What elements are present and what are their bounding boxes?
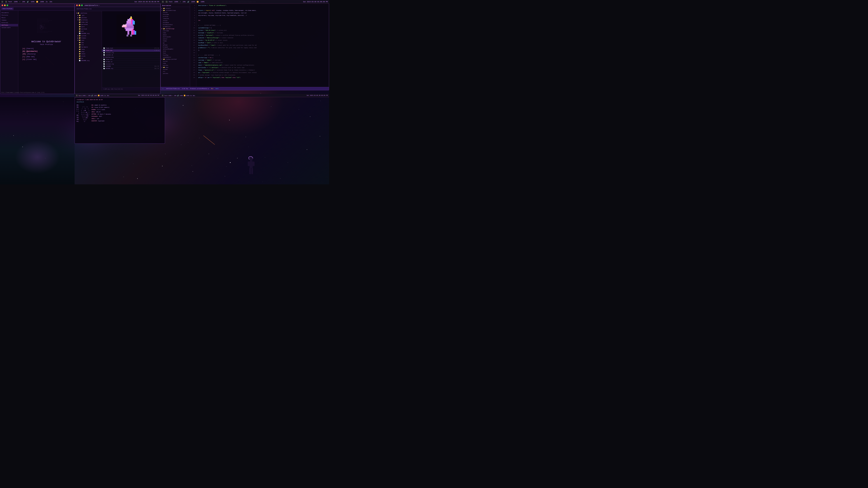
tree-nx-name[interactable]: name <box>161 62 190 64</box>
app-name-r: ⬛ Tech <box>166 1 173 3</box>
tree-profiles[interactable]: ▼📁 profiles <box>76 19 101 21</box>
tree-browser[interactable]: browser <box>161 46 190 48</box>
sidebar-item-external[interactable]: External <box>0 22 18 24</box>
sidebar-item-dotfiles[interactable]: dotfiles <box>0 24 18 26</box>
tree-worklab[interactable]: 📁 worklab <box>76 28 101 30</box>
fm-close-btn[interactable] <box>76 4 78 6</box>
tree-homelab[interactable]: 📁 home.lab <box>76 21 101 23</box>
sidebar-item-documents[interactable]: Documents <box>0 11 18 14</box>
qutebrowser-tab[interactable]: Tech Profile <box>1 7 13 10</box>
sidebar-item-music[interactable]: Music <box>0 17 18 19</box>
tree-hostname[interactable]: hostname <box>161 13 190 15</box>
tree-timezone[interactable]: timezone <box>161 18 190 20</box>
audio-stat: 100% <box>31 1 35 3</box>
display-stat: 2s <box>46 1 48 3</box>
tree-personal[interactable]: 📁 personal <box>76 23 101 26</box>
fm-min-btn[interactable] <box>79 4 80 6</box>
tree-pk-patches[interactable]: patches <box>161 72 190 74</box>
tree-lang[interactable]: 📁 lang <box>76 48 101 51</box>
tree-wm[interactable]: wm <box>161 42 190 44</box>
sidebar-item-octave[interactable]: octave-work <box>0 26 18 29</box>
tree-system-settings[interactable]: ▼ 📁 systemSettings <box>161 9 190 11</box>
fm-max-btn[interactable] <box>81 4 83 6</box>
file-flake-nix2[interactable]: 📄 flake.nix <box>102 59 160 61</box>
tree-grubdevice[interactable]: grubDevice <box>161 26 190 28</box>
tree-editor[interactable]: editor <box>161 38 190 40</box>
tree-pkgs[interactable]: ▼ 📁 pkgs <box>161 66 190 68</box>
bottom-tb-left-text: ⬛ Tech 100% ⚡ 20% 🔊 100% 📶 100% 2s 10s <box>76 95 109 96</box>
file-flake-lock[interactable]: 📄 flake.lock 27.5 K <box>102 47 160 50</box>
file-name: 📄 install.org <box>103 63 114 65</box>
qb-menu-history[interactable]: [$h] [History] <box>22 53 70 55</box>
tree-wsl[interactable]: 📁 wsl <box>76 30 101 32</box>
tree-hardware[interactable]: 📁 hardware <box>76 46 101 48</box>
star <box>288 162 288 163</box>
file-install-org2[interactable]: 📄 install.org <box>102 63 160 65</box>
tree-nx-patches[interactable]: patches <box>161 64 190 66</box>
qb-menu-quickmarks[interactable]: [b] [Quickmarks] <box>22 50 70 53</box>
file-flake-nix[interactable]: 📄 flake.nix 2.25 K <box>102 50 160 52</box>
tree-fontpkg[interactable]: fontPkg <box>161 54 190 56</box>
tree-cli[interactable]: 📁 cli <box>76 43 101 46</box>
tree-nixpkgs[interactable]: ▼ 📁 nixpkgs-patched <box>161 58 190 60</box>
qb-menu-search[interactable]: [o] [Search] <box>22 47 70 50</box>
tree-term[interactable]: term <box>161 50 190 52</box>
tree-nx-system[interactable]: system <box>161 60 190 62</box>
nf-os: nixos 24.05 (uakari) <box>94 107 110 108</box>
qb-menu-closetab[interactable]: [x] [Close tab] <box>22 58 70 61</box>
fm-path: /dotfiles/flake.nix <box>76 8 92 10</box>
tree-themes[interactable]: ▶📁 themes <box>76 37 101 39</box>
tree-dotfiles[interactable]: ▼📁 .dotfiles <box>76 12 101 14</box>
tree-pkgs[interactable]: 📁 pkgs <box>76 51 101 53</box>
file-harden-sh[interactable]: 📄 harden.sh <box>102 61 160 63</box>
tree-theme[interactable]: theme <box>161 40 190 42</box>
svg-rect-17 <box>122 26 126 27</box>
qutebrowser-tabbar: Tech Profile <box>0 7 74 11</box>
close-button[interactable] <box>2 4 3 6</box>
tree-email[interactable]: email <box>161 34 190 36</box>
file-install-org[interactable]: 📄 install.org <box>102 52 160 54</box>
tree-user-settings[interactable]: ▼ 📁 userSettings <box>161 28 190 30</box>
tree-git[interactable]: ▶📁 .git <box>76 14 101 17</box>
file-license[interactable]: 📄 LICENSE 34.2 K <box>102 65 160 68</box>
tree-patches[interactable]: ▶📁 patches <box>76 17 101 19</box>
term-cmd: distfetch <box>76 101 84 103</box>
ce-filetree: description ▶ 📁 outputs ▼ 📁 systemSettin… <box>161 3 190 87</box>
tree-name[interactable]: name <box>161 32 190 34</box>
minimize-button[interactable] <box>4 4 6 6</box>
tree-style[interactable]: 📁 style <box>76 55 101 57</box>
tree-pk-src[interactable]: src <box>161 70 190 72</box>
tree-shell[interactable]: 📁 shell <box>76 53 101 55</box>
tree-font[interactable]: font <box>161 52 190 54</box>
fm-right-panel: 📄 flake.lock 27.5 K 📄 flake.nix 2.25 K 📄… <box>102 11 160 91</box>
tree-bootmountpath[interactable]: bootMountPath <box>161 24 190 26</box>
tree-readme1[interactable]: 📄 README.org <box>76 32 101 35</box>
tree-locale[interactable]: locale <box>161 20 190 22</box>
tree-defaultroamdir[interactable]: defaultRoamDir <box>161 48 190 50</box>
tree-readme2[interactable]: 📄 README.org <box>76 59 101 62</box>
sidebar-item-videos[interactable]: Videos <box>0 19 18 22</box>
tree-profile[interactable]: profile <box>161 15 190 18</box>
tree-username[interactable]: username <box>161 30 190 32</box>
tree-work[interactable]: 📁 work <box>76 26 101 28</box>
tree-wmtype[interactable]: wmType <box>161 44 190 46</box>
tree-system[interactable]: system <box>161 11 190 13</box>
statusbar-branch: main <box>216 88 219 90</box>
qb-menu-newtab[interactable]: [t] [New tab] <box>22 55 70 58</box>
sidebar-item-pictures[interactable]: Pictures <box>0 14 18 17</box>
star <box>137 178 138 179</box>
tree-wm[interactable]: 📁 wm <box>76 57 101 59</box>
tree-spawnedit[interactable]: spawnEditor <box>161 56 190 58</box>
maximize-button[interactable] <box>6 4 8 6</box>
app-icon: ⬛ <box>1 1 3 3</box>
tree-user[interactable]: ▼📁 user <box>76 39 101 41</box>
tree-pk-system[interactable]: system <box>161 68 190 70</box>
tree-system[interactable]: ▶📁 system <box>76 35 101 37</box>
tree-dotfilesdir[interactable]: dotfilesDir <box>161 36 190 38</box>
tree-bootmode[interactable]: bootMode <box>161 22 190 24</box>
file-readme[interactable]: 📄 README.org 28.4 K <box>102 68 160 70</box>
file-install-sh[interactable]: 📄 install.sh <box>102 54 160 56</box>
file-desktop-png[interactable]: 🖼 desktop.png <box>102 56 160 59</box>
tree-app[interactable]: 📁 app <box>76 41 101 43</box>
tree-outputs[interactable]: ▶ 📁 outputs <box>161 7 190 9</box>
